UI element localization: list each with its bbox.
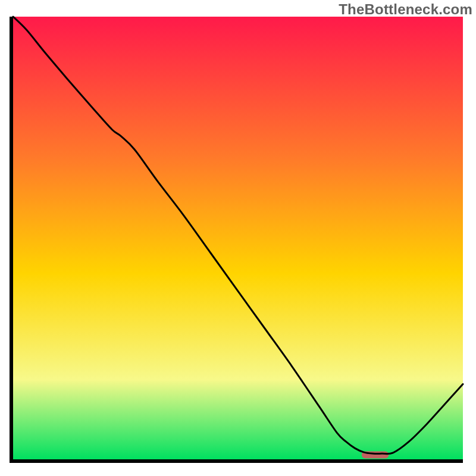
watermark-label: TheBottleneck.com — [339, 1, 472, 18]
bottleneck-chart — [0, 0, 476, 476]
chart-container: TheBottleneck.com — [0, 0, 476, 476]
plot-area — [11, 17, 463, 463]
gradient-background — [13, 17, 463, 459]
